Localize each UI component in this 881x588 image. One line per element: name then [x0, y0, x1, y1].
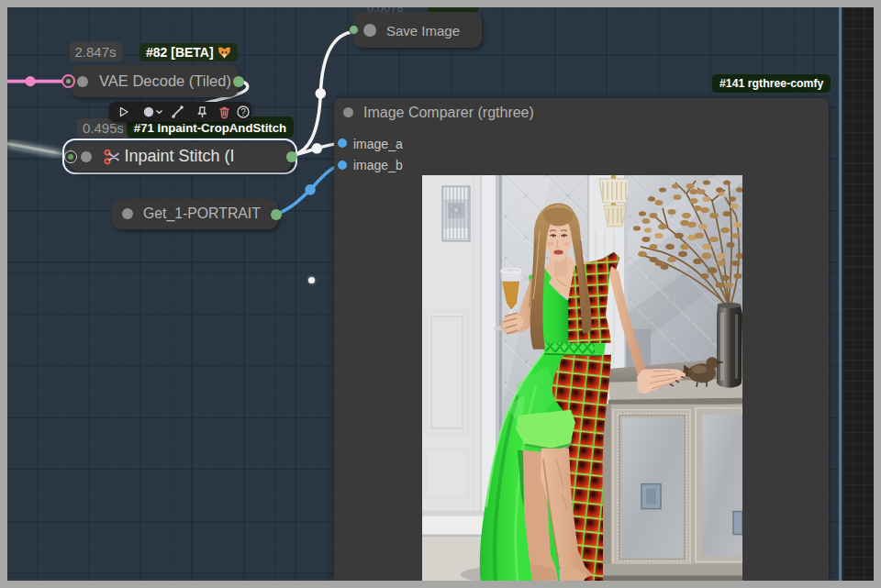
svg-text:?: ? [241, 107, 247, 117]
